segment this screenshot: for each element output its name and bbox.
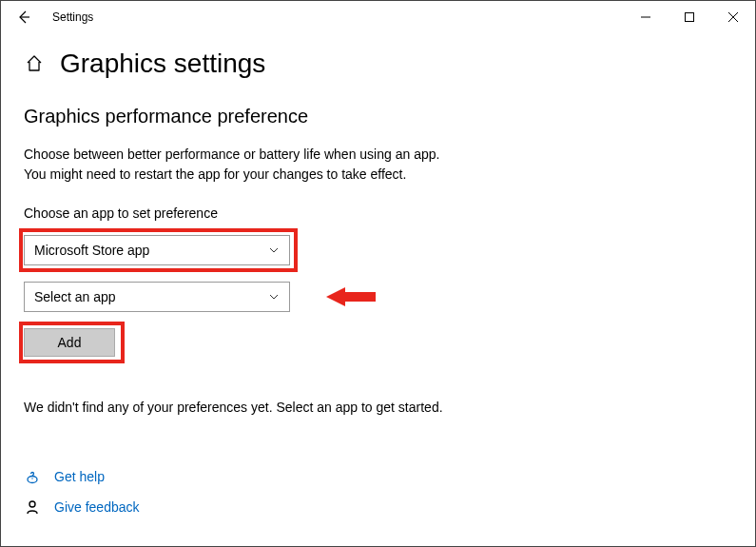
footer-links: Get help Give feedback (24, 468, 732, 516)
app-type-value: Microsoft Store app (34, 243, 149, 258)
section-description: Choose between better performance or bat… (24, 145, 732, 185)
feedback-icon (24, 498, 41, 516)
give-feedback-label: Give feedback (54, 499, 140, 515)
app-select-value: Select an app (34, 289, 116, 304)
chevron-down-icon (268, 244, 280, 256)
content-area: Graphics settings Graphics performance p… (1, 33, 755, 516)
page-title: Graphics settings (60, 49, 265, 79)
chevron-down-icon (268, 291, 280, 303)
window-title: Settings (52, 10, 93, 24)
get-help-link[interactable]: Get help (24, 468, 732, 485)
back-button[interactable] (9, 2, 39, 32)
home-icon-svg (25, 54, 44, 73)
close-button[interactable] (711, 2, 755, 32)
maximize-icon (685, 12, 694, 22)
app-type-row: Microsoft Store app (24, 228, 732, 272)
add-button-label: Add (58, 335, 82, 350)
arrow-shaft (345, 292, 376, 302)
app-select-row: Select an app (24, 282, 732, 312)
get-help-label: Get help (54, 469, 105, 484)
window-controls (624, 2, 755, 32)
svg-point-5 (28, 477, 37, 483)
minimize-icon (641, 12, 650, 22)
settings-window: Settings Graphics settings Graphics perf… (0, 0, 756, 547)
choose-app-label: Choose an app to set preference (24, 205, 732, 221)
maximize-button[interactable] (668, 2, 711, 32)
svg-rect-2 (686, 13, 694, 22)
description-line-2: You might need to restart the app for yo… (24, 166, 406, 182)
app-select-dropdown[interactable]: Select an app (24, 282, 290, 312)
close-icon (728, 12, 738, 22)
help-icon (24, 468, 41, 485)
svg-point-7 (29, 501, 35, 507)
page-header: Graphics settings (24, 49, 732, 79)
arrow-head-icon (326, 287, 345, 306)
highlight-add-button: Add (19, 322, 125, 363)
add-button[interactable]: Add (24, 328, 115, 357)
highlight-app-type: Microsoft Store app (19, 228, 298, 272)
annotation-arrow (326, 287, 376, 306)
svg-point-6 (31, 478, 32, 479)
empty-state-text: We didn't find any of your preferences y… (24, 400, 732, 415)
give-feedback-link[interactable]: Give feedback (24, 498, 732, 516)
back-arrow-icon (16, 10, 31, 25)
minimize-button[interactable] (624, 2, 668, 32)
section-heading: Graphics performance preference (24, 106, 732, 127)
home-icon[interactable] (24, 53, 45, 74)
app-type-dropdown[interactable]: Microsoft Store app (24, 235, 290, 265)
description-line-1: Choose between better performance or bat… (24, 147, 439, 162)
titlebar: Settings (1, 1, 755, 33)
